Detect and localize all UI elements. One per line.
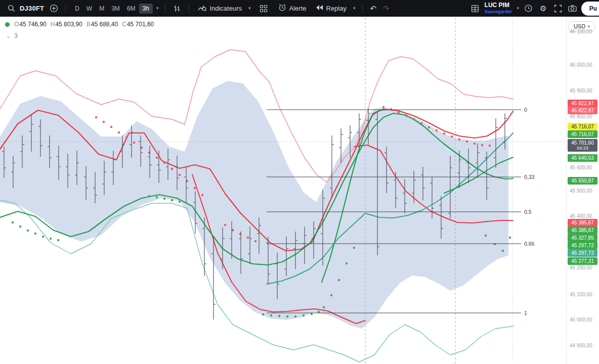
toolbar-separator bbox=[165, 4, 165, 13]
currency-chevron-icon: ▾ bbox=[588, 24, 590, 29]
series-color-dot-icon[interactable] bbox=[5, 22, 10, 27]
chart-type-icon[interactable] bbox=[171, 3, 183, 15]
price-level-badge: 45 297,72 bbox=[568, 242, 597, 249]
replay-chevron-icon[interactable]: ▾ bbox=[352, 6, 357, 11]
axis-price-label: 44 900,00 bbox=[570, 343, 592, 348]
alert-label: Alerte bbox=[289, 5, 307, 12]
price-level-badge: 45 550,87 bbox=[568, 177, 597, 185]
price-level-badge: 45 297,72 bbox=[568, 249, 597, 257]
timeframe-3m[interactable]: 3M bbox=[108, 4, 123, 14]
price-level-badge: 45 822,97 bbox=[568, 100, 597, 107]
redo-button[interactable]: ↷ bbox=[381, 4, 392, 13]
axis-price-label: 45 000,00 bbox=[570, 317, 592, 323]
axis-price-label: 45 800,00 bbox=[570, 114, 592, 119]
ohlc-b: B45 688,40 bbox=[87, 21, 118, 28]
replay-label: Replay bbox=[326, 5, 347, 12]
fib-level-label: 1 bbox=[524, 310, 527, 316]
price-level-badge: 45 385,67 bbox=[568, 226, 597, 234]
fullscreen-icon[interactable] bbox=[552, 3, 564, 15]
toolbar-separator bbox=[65, 4, 66, 13]
fib-level-label: 0,33 bbox=[524, 174, 535, 180]
timeframe-m[interactable]: M bbox=[96, 4, 108, 14]
price-level-badge: 45 716,07 bbox=[568, 123, 597, 130]
compare-add-icon[interactable] bbox=[48, 3, 60, 15]
ohlc-c: C45 701,60 bbox=[122, 21, 154, 28]
price-level-badge: 45 716,07 bbox=[568, 130, 597, 138]
indicators-chevron-icon[interactable]: ▾ bbox=[247, 6, 252, 11]
indicators-icon bbox=[198, 4, 206, 13]
ohlc-values: O45 746,90H45 803,90B45 688,40C45 701,60 bbox=[14, 21, 154, 28]
price-level-badge: 45 822,97 bbox=[568, 107, 597, 114]
undo-button[interactable]: ↶ bbox=[368, 4, 379, 13]
alarm-clock-icon bbox=[278, 4, 286, 13]
indicator-count: 3 bbox=[14, 32, 18, 39]
fib-level-label: 0,66 bbox=[524, 241, 535, 247]
price-level-badge: 45 640,53 bbox=[568, 154, 597, 162]
indicators-collapsed-row[interactable]: ⌄ 3 bbox=[6, 32, 18, 39]
axis-price-label: 46 000,00 bbox=[570, 62, 592, 68]
axis-price-label: 45 400,00 bbox=[570, 213, 592, 219]
price-axis[interactable]: USD ▾ 46 100,0046 000,0045 900,0045 800,… bbox=[566, 17, 599, 364]
current-price-badge: 45 701,6004:23 bbox=[568, 139, 597, 152]
timeframe-d[interactable]: D bbox=[71, 4, 83, 14]
save-label[interactable]: Sauvegarder bbox=[485, 9, 512, 14]
indicators-button[interactable]: Indicateurs bbox=[195, 2, 245, 15]
ohlc-h: H45 803,90 bbox=[51, 21, 82, 28]
quick-search-clock-icon[interactable] bbox=[523, 3, 535, 15]
axis-price-label: 45 600,00 bbox=[570, 165, 592, 170]
price-level-badge: 45 385,67 bbox=[568, 219, 597, 226]
top-toolbar: DJ30FT DWM3M6M3h ▾ Indicateurs ▾ Alerte bbox=[0, 0, 599, 17]
axis-price-label: 45 900,00 bbox=[570, 88, 592, 94]
layout-chevron-icon[interactable]: ▾ bbox=[516, 6, 520, 11]
alert-button[interactable]: Alerte bbox=[275, 2, 310, 15]
snapshot-camera-icon[interactable] bbox=[567, 3, 579, 15]
ohlc-o: O45 746,90 bbox=[14, 21, 47, 28]
price-level-badge: 45 277,31 bbox=[568, 257, 597, 265]
replay-rewind-icon bbox=[315, 4, 323, 13]
layout-save-menu[interactable]: LUC PIM Sauvegarder bbox=[485, 2, 512, 14]
replay-button[interactable]: Replay bbox=[312, 2, 350, 15]
timeframe-group: DWM3M6M3h bbox=[71, 4, 153, 14]
search-icon[interactable] bbox=[5, 3, 17, 15]
chart-canvas[interactable]: 00,330,50,661 bbox=[0, 0, 567, 364]
settings-gear-icon[interactable]: ⚙ bbox=[537, 3, 549, 15]
layout-templates-icon[interactable] bbox=[258, 3, 270, 15]
axis-price-label: 45 500,00 bbox=[570, 188, 592, 194]
timeframe-3h[interactable]: 3h bbox=[139, 4, 153, 14]
timeframe-w[interactable]: W bbox=[83, 4, 96, 14]
timeframe-chevron-icon[interactable]: ▾ bbox=[155, 6, 160, 11]
publish-button[interactable]: Pu bbox=[581, 2, 599, 16]
symbol-name[interactable]: DJ30FT bbox=[20, 5, 44, 12]
timeframe-6m[interactable]: 6M bbox=[123, 4, 139, 14]
chevron-down-icon[interactable]: ⌄ bbox=[6, 33, 11, 39]
toolbar-separator bbox=[189, 4, 189, 13]
layout-name: LUC PIM bbox=[485, 2, 509, 9]
axis-price-label: 45 200,00 bbox=[570, 265, 592, 270]
fib-level-label: 0,5 bbox=[524, 209, 532, 215]
fib-level-label: 0 bbox=[524, 107, 527, 113]
axis-price-label: 45 100,00 bbox=[570, 292, 592, 297]
watchlist-grid-icon[interactable] bbox=[469, 3, 481, 15]
axis-price-label: 46 100,00 bbox=[570, 29, 592, 34]
price-level-badge: 45 327,85 bbox=[568, 234, 597, 242]
ohlc-legend: O45 746,90H45 803,90B45 688,40C45 701,60 bbox=[5, 21, 154, 28]
toolbar-separator bbox=[362, 4, 363, 13]
indicators-label: Indicateurs bbox=[209, 5, 242, 12]
